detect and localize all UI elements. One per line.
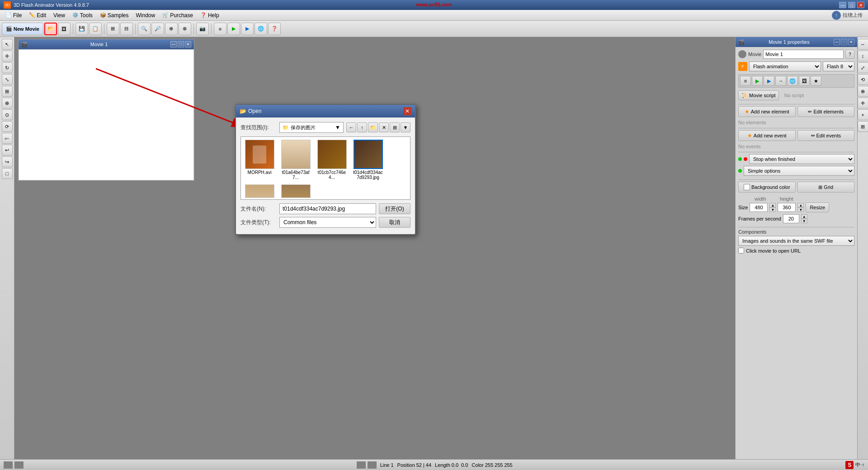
help-btn[interactable]: ❓ <box>268 23 281 35</box>
panel-minimize[interactable]: — <box>834 39 840 45</box>
grid-options[interactable]: ⊟ <box>120 23 133 35</box>
nav-view-dropdown[interactable]: ▼ <box>401 122 410 132</box>
grid-toggle[interactable]: ⊞ <box>107 23 119 35</box>
tool-select[interactable]: ↖ <box>2 39 13 50</box>
file-item-5[interactable] <box>280 184 311 198</box>
save-as-button[interactable]: 📋 <box>89 23 102 35</box>
play-preview[interactable]: ▶ <box>227 23 240 35</box>
zoom-out[interactable]: 🔎 <box>151 23 164 35</box>
export-btn[interactable]: 🌐 <box>255 23 267 35</box>
edge-tool-4[interactable]: ⟲ <box>858 74 868 85</box>
edge-tool-3[interactable]: ⤢ <box>858 62 868 73</box>
click-url-checkbox[interactable] <box>738 248 744 254</box>
panel-maximize[interactable]: □ <box>841 39 847 45</box>
panel-close[interactable]: ✕ <box>848 39 854 45</box>
nav-view[interactable]: ⊞ <box>390 122 400 132</box>
zoom-fit[interactable]: 🔍 <box>138 23 151 35</box>
zoom-percent[interactable]: ⊗ <box>179 23 191 35</box>
upload-btn[interactable]: 拉绕上传 <box>843 12 863 19</box>
file-item-morph[interactable]: MORPH.avi <box>244 140 275 180</box>
tool-redo[interactable]: ↪ <box>2 156 13 167</box>
file-grid[interactable]: MORPH.avi t01a64be73af7... t01cb7cc746e4… <box>241 136 410 200</box>
grid-btn[interactable]: ⊞ Grid <box>797 182 855 193</box>
tool-path[interactable]: ⟜ <box>2 133 13 144</box>
open-file-button[interactable]: 📂 <box>44 23 57 35</box>
width-down[interactable]: ▼ <box>769 207 776 212</box>
movie-win-maximize[interactable]: □ <box>178 41 184 47</box>
edge-tool-7[interactable]: + <box>858 109 868 120</box>
file-item-2[interactable]: t01cb7cc746e4... <box>316 140 348 180</box>
file-item-1[interactable]: t01a64be73af7... <box>280 140 311 180</box>
movie-win-close[interactable]: ✕ <box>185 41 191 47</box>
nav-delete[interactable]: ✕ <box>379 122 389 132</box>
filename-input[interactable] <box>279 203 376 214</box>
stop-when-finished-select[interactable]: Stop when finished <box>749 154 854 164</box>
fps-input[interactable] <box>783 214 799 223</box>
edge-tool-5[interactable]: ⊕ <box>858 86 868 97</box>
file-item-4[interactable] <box>244 184 275 198</box>
menu-purchase[interactable]: 🛒 Purchase <box>159 11 197 19</box>
menu-samples[interactable]: 📦 Samples <box>96 11 132 19</box>
tool-undo[interactable]: ↩ <box>2 145 13 155</box>
filetype-select[interactable]: Common files <box>279 217 376 228</box>
edge-tool-1[interactable]: ↔ <box>858 39 868 50</box>
zoom-in[interactable]: ⊕ <box>165 23 178 35</box>
tool-scale[interactable]: ⤡ <box>2 74 13 85</box>
nav-new-folder[interactable]: 📁 <box>368 122 378 132</box>
titlebar-minimize[interactable]: — <box>839 2 846 8</box>
add-element-btn[interactable]: ★ Add new element <box>738 106 796 117</box>
titlebar-maximize[interactable]: □ <box>848 2 855 8</box>
file-item-3[interactable]: t01d4cdf334ac7d9293.jpg <box>352 140 384 180</box>
nav-back[interactable]: ← <box>346 122 356 132</box>
pb-list[interactable]: ≡ <box>740 76 751 86</box>
tool-rotate[interactable]: ↻ <box>2 62 13 73</box>
flash-animation-select[interactable]: Flash animation <box>749 61 821 71</box>
edit-events-btn[interactable]: ✏ Edit events <box>797 130 855 141</box>
tool-3d-rotate[interactable]: ⟳ <box>2 121 13 132</box>
tool-move[interactable]: ✛ <box>2 51 13 61</box>
background-color-btn[interactable]: Background color <box>738 182 796 193</box>
tool-transform[interactable]: ⊞ <box>2 86 13 97</box>
titlebar-close[interactable]: ✕ <box>857 2 864 8</box>
align-btn[interactable]: ≡ <box>214 23 226 35</box>
pb-img[interactable]: 🖼 <box>799 76 810 86</box>
simple-options-select[interactable]: Simple options <box>744 166 854 176</box>
movie-win-minimize[interactable]: — <box>170 41 177 47</box>
dialog-close-btn[interactable]: ✕ <box>403 107 411 115</box>
save-button[interactable]: 💾 <box>75 23 88 35</box>
menu-file[interactable]: 📄 File <box>2 11 25 19</box>
height-input[interactable] <box>778 203 796 212</box>
movie-script-btn[interactable]: 📜 Movie script <box>738 90 779 100</box>
tool-anchor[interactable]: ⊙ <box>2 109 13 120</box>
tool-3d-move[interactable]: ⊕ <box>2 98 13 108</box>
add-event-btn[interactable]: ★ Add new event <box>738 130 796 141</box>
movie-name-input[interactable] <box>763 50 844 59</box>
fps-down[interactable]: ▼ <box>801 219 807 223</box>
pb-play[interactable]: ▶ <box>752 76 763 86</box>
pb-star[interactable]: ★ <box>811 76 821 86</box>
pb-play-browser[interactable]: ▶ <box>764 76 774 86</box>
play-browser[interactable]: ▶ <box>241 23 254 35</box>
edge-tool-8[interactable]: ⊞ <box>858 121 868 132</box>
components-select[interactable]: Images and sounds in the same SWF file <box>738 236 854 246</box>
height-up[interactable]: ▲ <box>797 203 804 207</box>
movie-name-help[interactable]: ? <box>845 50 854 59</box>
toolbar-btn-3[interactable]: 🖼 <box>58 23 71 35</box>
pb-globe[interactable]: 🌐 <box>787 76 798 86</box>
tool-camera[interactable]: □ <box>2 168 13 179</box>
height-down[interactable]: ▼ <box>797 207 804 212</box>
resize-button[interactable]: Resize <box>806 202 829 212</box>
width-up[interactable]: ▲ <box>769 203 776 207</box>
menu-help[interactable]: ❓ Help <box>197 11 223 19</box>
open-button[interactable]: 打开(O) <box>379 203 410 214</box>
flash-version-select[interactable]: Flash 8 Flash 9 <box>823 61 854 71</box>
nav-up[interactable]: ↑ <box>357 122 367 132</box>
menu-window[interactable]: Window <box>132 11 159 19</box>
fps-up[interactable]: ▲ <box>801 214 807 219</box>
edge-tool-6[interactable]: ✛ <box>858 98 868 108</box>
cancel-button[interactable]: 取消 <box>379 217 410 228</box>
pb-export[interactable]: → <box>775 76 786 86</box>
menu-edit[interactable]: ✏️ Edit <box>25 11 50 19</box>
edge-tool-2[interactable]: ↕ <box>858 51 868 61</box>
edit-elements-btn[interactable]: ✏ Edit elements <box>797 106 855 117</box>
